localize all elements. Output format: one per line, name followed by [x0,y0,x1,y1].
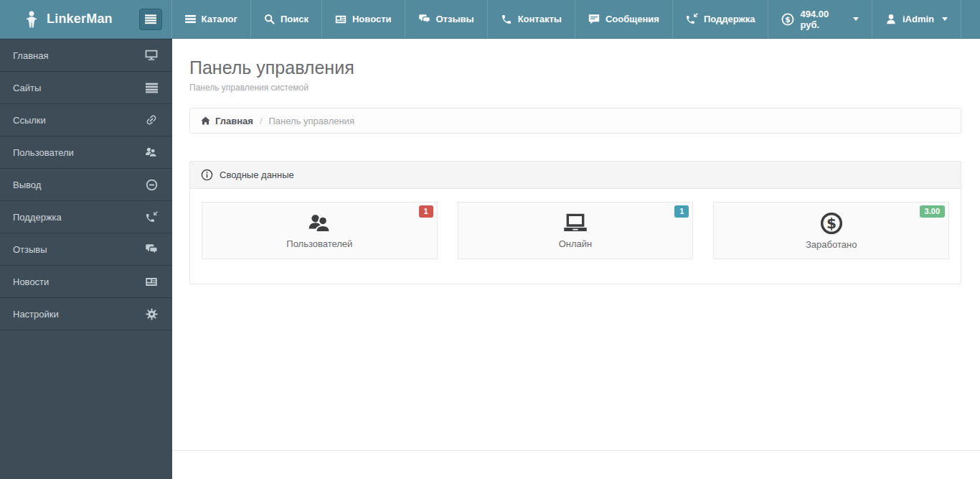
newspaper-icon [145,276,158,287]
sidebar-item-nastroyki[interactable]: Настройки [0,298,172,330]
minus-circle-icon [146,179,158,191]
bars-icon [185,14,196,24]
person-figure-icon [23,10,40,29]
svg-text:$: $ [826,215,837,232]
laptop-icon [562,213,588,234]
summary-panel-header: Сводные данные [190,162,961,189]
menu-toggle-button[interactable] [139,9,162,30]
monitor-icon [145,50,158,61]
sidebar-item-polzovateli[interactable]: Пользователи [0,136,172,169]
status-badge: 3.00 [920,205,945,218]
user-name: iAdmin [903,14,934,24]
summary-panel: Сводные данные 1 Пользователей 1 [189,161,961,284]
balance-value: 494.00 руб. [800,9,844,30]
message-icon [588,14,600,24]
brand[interactable]: LinkerMan [0,0,171,38]
breadcrumb-current: Панель управления [269,116,354,126]
search-icon [264,14,275,24]
phone-incoming-icon [686,13,698,25]
home-icon [201,116,210,125]
sidebar-item-label: Поддержка [13,212,62,223]
sidebar-item-label: Новости [13,276,49,287]
sidebar-item-vyvod[interactable]: Вывод [0,169,172,201]
summary-panel-body: 1 Пользователей 1 [190,189,961,284]
sidebar-item-label: Главная [13,50,48,61]
page-title: Панель управления [189,57,961,78]
sidebar-item-novosti[interactable]: Новости [0,266,172,298]
status-badge: 1 [419,205,433,218]
nav-balance[interactable]: $ 494.00 руб. [768,0,871,38]
top-navbar: LinkerMan Каталог [0,0,980,39]
link-icon [145,113,158,126]
nav-item-novosti[interactable]: Новости [321,0,405,38]
page-subtitle: Панель управления системой [189,83,961,93]
breadcrumb-home-link[interactable]: Главная [201,116,253,126]
stat-card-label: Пользователей [286,238,352,249]
phone-incoming-icon [146,211,158,223]
comments-icon [145,243,158,255]
nav-item-label: Поиск [281,14,308,24]
navbar-menu: Каталог Поиск Новости [171,0,961,38]
nav-item-label: Отзывы [436,14,474,24]
stat-card-online[interactable]: 1 Онлайн [458,202,694,259]
sidebar-item-ssylki[interactable]: Ссылки [0,104,172,136]
summary-panel-title: Сводные данные [220,169,294,180]
sidebar-item-sayty[interactable]: Сайты [0,72,172,104]
nav-item-label: Сообщения [606,14,659,24]
nav-item-kontakty[interactable]: Контакты [487,0,575,38]
dollar-circle-icon: $ [781,13,794,26]
sidebar-item-label: Пользователи [13,147,74,158]
nav-user-menu[interactable]: iAdmin [872,0,961,38]
sidebar-item-podderzhka[interactable]: Поддержка [0,201,172,233]
sidebar-item-label: Вывод [13,180,41,190]
status-badge: 1 [674,205,689,218]
nav-item-label: Контакты [518,14,562,24]
sidebar: Главная Сайты Ссылки Пользователи [0,39,172,479]
nav-item-otzyvy[interactable]: Отзывы [405,0,487,38]
dollar-circle-icon: $ [820,212,843,235]
info-circle-icon [201,169,213,181]
nav-item-soobshcheniya[interactable]: Сообщения [575,0,672,38]
svg-text:$: $ [786,14,791,24]
user-icon [885,14,897,25]
caret-down-icon [853,17,859,21]
stat-card-earned[interactable]: 3.00 $ Заработано [713,202,949,259]
caret-down-icon [942,17,948,21]
users-icon [306,213,332,234]
sidebar-item-label: Настройки [13,309,59,320]
newspaper-icon [335,14,347,24]
main-content: Панель управления Панель управления сист… [172,39,980,479]
nav-item-label: Новости [352,14,392,24]
stat-card-label: Онлайн [559,238,593,249]
page-header: Панель управления Панель управления сист… [189,57,961,93]
hamburger-icon [145,14,156,24]
phone-icon [501,14,512,25]
stat-card-users[interactable]: 1 Пользователей [202,202,438,259]
sidebar-item-otzyvy[interactable]: Отзывы [0,233,172,266]
brand-name: LinkerMan [47,11,113,27]
nav-item-label: Каталог [202,14,237,24]
breadcrumb: Главная / Панель управления [189,108,961,134]
nav-item-katalog[interactable]: Каталог [171,0,250,38]
sidebar-item-glavnaya[interactable]: Главная [0,39,172,72]
sidebar-item-label: Ссылки [13,115,46,126]
nav-item-poisk[interactable]: Поиск [250,0,321,38]
footer-divider [172,450,980,451]
sidebar-item-label: Отзывы [13,244,47,255]
breadcrumb-separator: / [260,116,263,126]
nav-item-label: Поддержка [704,14,755,24]
stat-card-label: Заработано [806,239,857,250]
sidebar-item-label: Сайты [13,83,41,93]
comments-icon [418,14,430,24]
breadcrumb-home-label: Главная [215,116,253,126]
gear-icon [146,308,158,320]
users-icon [144,147,158,158]
nav-item-podderzhka[interactable]: Поддержка [672,0,768,38]
menu-lines-icon [146,83,158,93]
